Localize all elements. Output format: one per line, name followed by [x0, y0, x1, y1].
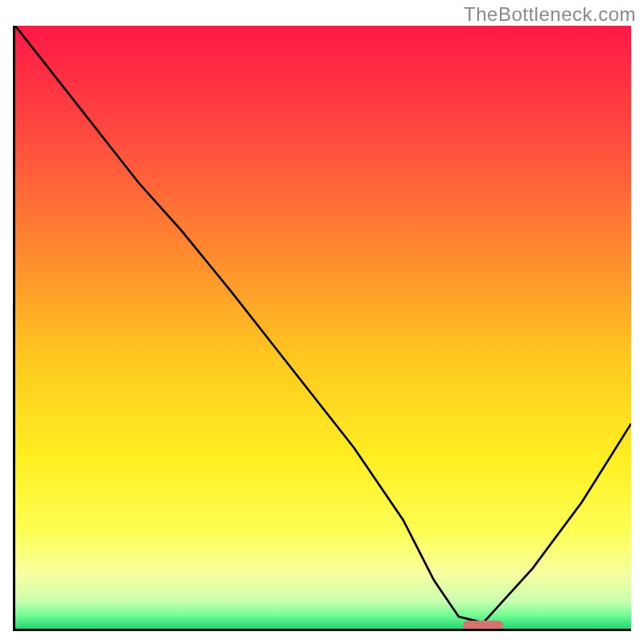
- bottleneck-curve: [15, 26, 631, 629]
- optimum-marker: [463, 621, 503, 630]
- plot-area: [13, 26, 631, 631]
- watermark-text: TheBottleneck.com: [464, 3, 636, 26]
